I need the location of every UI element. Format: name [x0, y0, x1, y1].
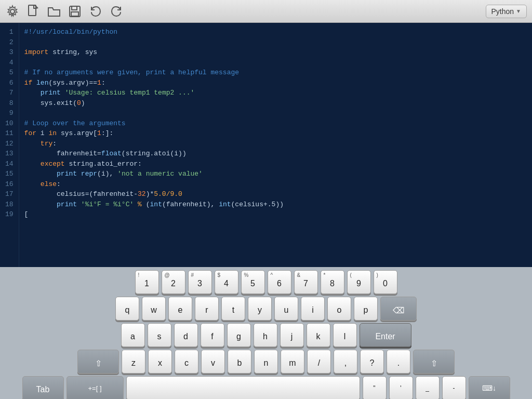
line-numbers: 12345 678910 1112131415 16171819: [0, 23, 19, 267]
tab-key[interactable]: Tab: [22, 376, 64, 399]
key-underscore[interactable]: _: [416, 376, 440, 399]
key-8[interactable]: *8: [321, 270, 344, 294]
key-period[interactable]: .: [387, 350, 410, 374]
shift-right-key[interactable]: ⇧: [413, 350, 455, 374]
key-i[interactable]: i: [301, 297, 325, 321]
keyboard-row-bottom: Tab +=[ ] " ' _ - ⌨↓: [2, 376, 530, 399]
toolbar-left: [5, 4, 124, 19]
key-slash[interactable]: /: [307, 350, 331, 374]
redo-button[interactable]: [109, 4, 124, 19]
key-a[interactable]: a: [121, 323, 145, 347]
key-6[interactable]: ^6: [268, 270, 291, 294]
key-3[interactable]: #3: [188, 270, 212, 294]
hide-keyboard-key[interactable]: ⌨↓: [469, 376, 510, 399]
keyboard: !1 @2 #3 $4 %5 ^6 &7 *8 (9 )0 q w e r t …: [0, 267, 532, 399]
new-file-button[interactable]: [26, 4, 41, 19]
key-g[interactable]: g: [227, 323, 251, 347]
space-key[interactable]: [126, 376, 360, 399]
chevron-down-icon: ▼: [516, 8, 521, 14]
enter-key[interactable]: Enter: [360, 323, 411, 347]
key-9[interactable]: (9: [347, 270, 371, 294]
keyboard-row-numbers: !1 @2 #3 $4 %5 ^6 &7 *8 (9 )0: [2, 270, 530, 294]
key-l[interactable]: l: [333, 323, 357, 347]
svg-point-0: [10, 9, 15, 14]
svg-rect-4: [71, 12, 78, 16]
key-5[interactable]: %5: [241, 270, 265, 294]
key-f[interactable]: f: [201, 323, 224, 347]
keyboard-row-zxcv: ⇧ z x c v b n m / , ? . ⇧: [2, 350, 530, 374]
key-comma[interactable]: ,: [334, 350, 357, 374]
key-j[interactable]: j: [280, 323, 304, 347]
key-y[interactable]: y: [248, 297, 272, 321]
key-p[interactable]: p: [354, 297, 378, 321]
svg-rect-1: [29, 5, 36, 16]
key-4[interactable]: $4: [215, 270, 238, 294]
settings-button[interactable]: [5, 4, 20, 19]
save-file-button[interactable]: [68, 4, 82, 19]
key-n[interactable]: n: [254, 350, 278, 374]
key-h[interactable]: h: [254, 323, 277, 347]
toolbar: Python ▼: [0, 0, 532, 23]
key-c[interactable]: c: [175, 350, 198, 374]
key-0[interactable]: )0: [374, 270, 397, 294]
keyboard-row-asdf: a s d f g h j k l Enter: [2, 323, 530, 347]
key-w[interactable]: w: [142, 297, 166, 321]
key-dash[interactable]: -: [442, 376, 466, 399]
code-editor[interactable]: #!/usr/local/bin/python import string, s…: [19, 23, 532, 267]
shift-left-key[interactable]: ⇧: [77, 350, 119, 374]
key-2[interactable]: @2: [162, 270, 185, 294]
key-quote-single[interactable]: ': [389, 376, 413, 399]
symbols-key[interactable]: +=[ ]: [66, 376, 124, 399]
key-7[interactable]: &7: [294, 270, 318, 294]
key-x[interactable]: x: [148, 350, 172, 374]
key-t[interactable]: t: [221, 297, 245, 321]
keyboard-row-qwerty: q w e r t y u i o p ⌫: [2, 297, 530, 321]
key-1[interactable]: !1: [135, 270, 159, 294]
key-r[interactable]: r: [195, 297, 219, 321]
open-file-button[interactable]: [47, 4, 61, 19]
backspace-key[interactable]: ⌫: [380, 297, 417, 321]
key-d[interactable]: d: [174, 323, 198, 347]
key-o[interactable]: o: [327, 297, 351, 321]
key-s[interactable]: s: [148, 323, 171, 347]
key-b[interactable]: b: [228, 350, 251, 374]
key-q[interactable]: q: [115, 297, 139, 321]
svg-rect-3: [72, 6, 77, 10]
key-m[interactable]: m: [281, 350, 304, 374]
language-selector[interactable]: Python ▼: [486, 5, 527, 18]
key-quote-double[interactable]: ": [363, 376, 387, 399]
key-z[interactable]: z: [122, 350, 145, 374]
language-label: Python: [491, 7, 514, 16]
undo-button[interactable]: [88, 4, 103, 19]
key-e[interactable]: e: [168, 297, 192, 321]
key-u[interactable]: u: [274, 297, 298, 321]
key-v[interactable]: v: [201, 350, 225, 374]
key-question[interactable]: ?: [360, 350, 384, 374]
editor-container[interactable]: 12345 678910 1112131415 16171819 #!/usr/…: [0, 23, 532, 267]
key-k[interactable]: k: [307, 323, 330, 347]
